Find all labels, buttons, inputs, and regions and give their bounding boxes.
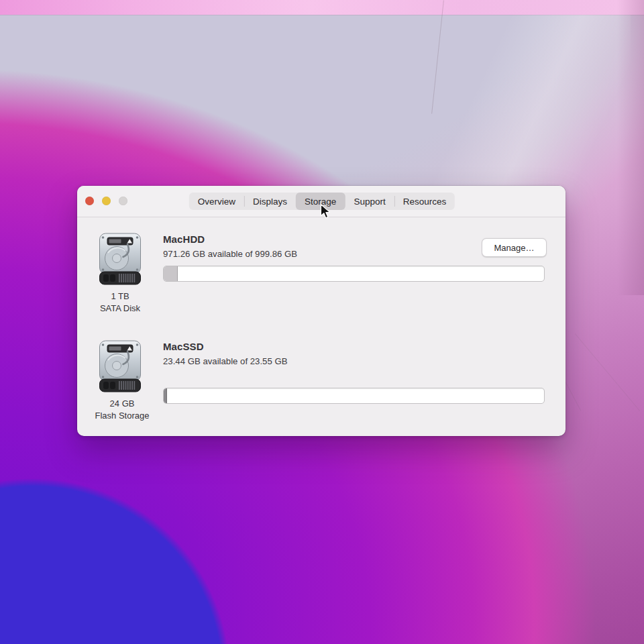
disk-availability: 971.26 GB available of 999.86 GB <box>163 249 297 259</box>
tab-support[interactable]: Support <box>345 193 394 210</box>
disk-name: MacSSD <box>163 341 204 352</box>
disk-icon-macssd <box>99 340 142 392</box>
zoom-button-disabled <box>119 197 127 205</box>
disk-capacity-caption: 1 TB SATA Disk <box>80 290 160 315</box>
tab-label: Resources <box>403 197 447 207</box>
disk-capacity-caption: 24 GB Flash Storage <box>82 398 162 422</box>
close-button[interactable] <box>85 197 94 205</box>
disk-availability: 23.44 GB available of 23.55 GB <box>163 356 287 366</box>
hard-drive-icon <box>99 233 142 285</box>
wallpaper-top-pink-band <box>0 0 644 15</box>
tab-storage[interactable]: Storage <box>296 193 345 210</box>
used-space-segment <box>164 388 167 403</box>
tab-label: Displays <box>253 197 287 207</box>
hard-drive-icon <box>99 340 142 392</box>
storage-usage-bar-machdd <box>163 266 545 282</box>
tab-label: Overview <box>198 197 235 207</box>
tab-resources[interactable]: Resources <box>394 193 455 210</box>
disk-capacity: 1 TB <box>80 290 160 303</box>
disk-kind: Flash Storage <box>82 410 162 422</box>
window-controls <box>85 197 127 205</box>
tab-label: Support <box>354 197 385 207</box>
disk-capacity: 24 GB <box>82 398 162 410</box>
used-space-segment <box>164 266 178 281</box>
minimize-button[interactable] <box>102 197 111 205</box>
about-this-mac-window: MacHDD 971.26 GB available of 999.86 GB … <box>77 186 566 436</box>
tab-displays[interactable]: Displays <box>244 193 296 210</box>
storage-usage-bar-macssd <box>163 388 545 404</box>
tab-overview[interactable]: Overview <box>189 193 244 210</box>
manage-button[interactable]: Manage… <box>482 238 547 257</box>
disk-icon-machdd <box>99 233 142 285</box>
tab-label: Storage <box>305 197 336 207</box>
segment-divider <box>394 196 395 207</box>
disk-kind: SATA Disk <box>80 303 160 315</box>
tab-bar: Overview Displays Storage Support Resour… <box>189 193 455 210</box>
disk-name: MacHDD <box>163 233 205 245</box>
segment-divider <box>244 196 245 207</box>
